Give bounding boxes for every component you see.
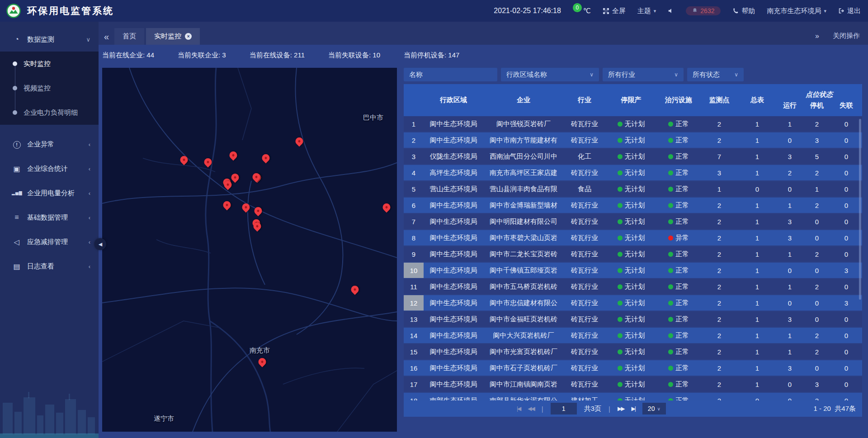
close-icon[interactable]: ×: [185, 33, 192, 40]
theme-dropdown[interactable]: 主题▾: [637, 7, 656, 15]
industry-select[interactable]: 所有行业∨: [603, 68, 684, 81]
sidebar-item-realtime-monitor[interactable]: 实时监控: [0, 52, 99, 76]
sidebar-subitem-label: 视频监控: [24, 84, 51, 93]
sound-mute-button[interactable]: [668, 8, 674, 14]
sidebar-item-power-load-detail[interactable]: 企业电力负荷明细: [0, 100, 99, 125]
status-dot-green-icon: [668, 349, 673, 354]
table-row[interactable]: 2阆中生态环境局阆中市南方节能建材有砖瓦行业无计划正常21030: [404, 132, 862, 148]
table-row[interactable]: 3仪陇生态环境局西南油气田分公司川中化工无计划正常71350: [404, 149, 862, 164]
map-city-label: 遂宁市: [154, 414, 174, 423]
table-row[interactable]: 10阆中生态环境局阆中千佛镇五郎垭页岩砖瓦行业无计划正常21003: [404, 263, 862, 278]
sidebar-item-data-monitoring[interactable]: ◔数据监测∨: [0, 27, 99, 52]
col-total-meter: 总表: [738, 84, 776, 116]
tabs-scroll-right-icon[interactable]: »: [815, 32, 819, 40]
fullscreen-button[interactable]: 全屏: [603, 7, 626, 15]
table-row[interactable]: 4高坪生态环境局南充市高坪区王家店建砖瓦行业无计划正常31220: [404, 165, 862, 180]
sidebar-item-enterprise-stats[interactable]: ▣企业综合统计‹: [0, 156, 99, 181]
cell-lost: 0: [830, 198, 862, 213]
page-number-input[interactable]: 1: [551, 403, 577, 414]
cell-company: 阆中市金博瑞新型墙材: [483, 198, 564, 213]
cell-industry: 砖瓦行业: [564, 214, 605, 229]
table-row[interactable]: 13阆中生态环境局阆中市金福旺页岩机砖砖瓦行业无计划正常21300: [404, 311, 862, 327]
cell-lost: 3: [830, 263, 862, 278]
sidebar-item-enterprise-abnormal[interactable]: !企业异常‹: [0, 132, 99, 156]
last-page-icon[interactable]: ▶|: [631, 405, 635, 412]
sidebar-item-power-analysis[interactable]: ▂▅▇企业用电量分析‹: [0, 181, 99, 205]
cell-company: 阆中明阳建材有限公司: [483, 214, 564, 229]
table-row[interactable]: 12阆中生态环境局阆中市忠信建材有限公砖瓦行业无计划正常21003: [404, 295, 862, 311]
table-row[interactable]: 6阆中生态环境局阆中市金博瑞新型墙材砖瓦行业无计划正常21120: [404, 198, 862, 213]
cell-stop-limit: 无计划: [605, 311, 657, 327]
sidebar-item-base-data[interactable]: ≡基础数据管理‹: [0, 205, 99, 230]
pagination-divider: |: [609, 405, 610, 413]
sidebar-item-emergency-reduction[interactable]: ◁应急减排管理‹: [0, 230, 99, 254]
chevron-down-icon: ∨: [585, 71, 594, 78]
cell-monitor-points: 3: [700, 165, 738, 180]
cell-company: 阆中市江南镇阆南页岩: [483, 377, 564, 392]
cell-stop-limit: 无计划: [605, 295, 657, 311]
cell-lost: 0: [830, 393, 862, 400]
logout-button[interactable]: 退出: [838, 7, 861, 15]
name-search-input[interactable]: 名称: [404, 68, 497, 81]
cell-stopped: 2: [803, 165, 830, 180]
organization-dropdown[interactable]: 南充市生态环境局▾: [767, 7, 826, 15]
cell-total-meter: 1: [738, 132, 776, 148]
table-scrollbar[interactable]: [859, 119, 861, 300]
cell-company: 阆中市忠信建材有限公: [483, 295, 564, 311]
status-dot-green-icon: [668, 382, 673, 387]
col-stop-limit: 停限产: [605, 84, 657, 116]
sidebar-collapse-handle[interactable]: ◀: [94, 238, 106, 250]
status-dot-green-icon: [668, 219, 673, 224]
status-dot-green-icon: [668, 154, 673, 159]
col-lost: 失联: [830, 101, 862, 110]
table-row[interactable]: 11阆中生态环境局阆中市五马桥页岩机砖砖瓦行业无计划正常21120: [404, 279, 862, 294]
table-row[interactable]: 16阆中生态环境局阆中市石子页岩机砖厂砖瓦行业无计划正常21300: [404, 360, 862, 376]
record-range-label: 1 - 20 共47条: [814, 405, 862, 413]
prev-page-icon[interactable]: ◀◀: [528, 405, 534, 412]
table-row[interactable]: 15阆中生态环境局阆中市光富页岩机砖厂砖瓦行业无计划正常21120: [404, 344, 862, 359]
first-page-icon[interactable]: |◀: [517, 405, 520, 412]
table-row[interactable]: 8阆中生态环境局阆中市枣碧大梁山页岩砖瓦行业无计划异常21300: [404, 230, 862, 245]
cell-stopped: 5: [803, 149, 830, 164]
cell-lost: 0: [830, 181, 862, 197]
table-row[interactable]: 9阆中生态环境局阆中市二龙长宝页岩砖砖瓦行业无计划正常21120: [404, 246, 862, 262]
table-row[interactable]: 17阆中生态环境局阆中市江南镇阆南页岩砖瓦行业无计划正常21030: [404, 377, 862, 392]
cell-lost: 0: [830, 360, 862, 376]
map-panel[interactable]: 巴中市南充市遂宁市: [102, 68, 397, 432]
sidebar-item-video-monitor[interactable]: 视频监控: [0, 76, 99, 100]
status-dot-green-icon: [668, 203, 673, 208]
cell-running: 0: [776, 393, 803, 400]
status-select[interactable]: 所有状态∨: [687, 68, 744, 81]
cell-industry: 砖瓦行业: [564, 263, 605, 278]
table-row[interactable]: 5营山生态环境局营山县润丰肉食品有限食品无计划正常10010: [404, 181, 862, 197]
exit-icon: [838, 8, 844, 14]
cell-lost: 0: [830, 328, 862, 343]
table-row[interactable]: 18南部生态环境局南部县新华水泥有限公建材加工无计划正常20020: [404, 393, 862, 400]
tab-bar: « 首页 实时监控 × » 关闭操作: [99, 22, 868, 45]
help-button[interactable]: 帮助: [732, 7, 755, 15]
cell-num: 9: [404, 246, 424, 262]
table-row[interactable]: 7阆中生态环境局阆中明阳建材有限公司砖瓦行业无计划正常21300: [404, 214, 862, 229]
cell-lost: 0: [830, 116, 862, 132]
table-row[interactable]: 14阆中生态环境局阆中大兴页岩机砖厂砖瓦行业无计划正常21120: [404, 328, 862, 343]
cell-lost: 0: [830, 279, 862, 294]
data-monitor-icon: ◔: [12, 35, 22, 43]
page-size-select[interactable]: 20∨: [642, 403, 666, 414]
cell-num: 13: [404, 311, 424, 327]
tabs-scroll-left-icon[interactable]: «: [99, 32, 114, 45]
cell-total-meter: 1: [738, 230, 776, 245]
tab-realtime-monitor[interactable]: 实时监控 ×: [146, 28, 200, 45]
cell-lost: 0: [830, 214, 862, 229]
sidebar-item-log-view[interactable]: ▤日志查看‹: [0, 254, 99, 278]
close-operations-button[interactable]: 关闭操作: [833, 32, 860, 40]
cell-lost: 0: [830, 311, 862, 327]
region-select[interactable]: 行政区域名称∨: [501, 68, 599, 81]
tab-home[interactable]: 首页: [114, 28, 144, 45]
col-company: 企业: [483, 84, 564, 116]
table-row[interactable]: 1阆中生态环境局阆中强锐页岩砖厂砖瓦行业无计划正常21120: [404, 116, 862, 132]
database-icon: ≡: [12, 213, 22, 221]
next-page-icon[interactable]: ▶▶: [618, 405, 624, 412]
status-dot-red-icon: [668, 235, 673, 240]
alarm-count-badge[interactable]: 2632: [686, 6, 721, 15]
chevron-down-icon: ∨: [86, 36, 90, 43]
